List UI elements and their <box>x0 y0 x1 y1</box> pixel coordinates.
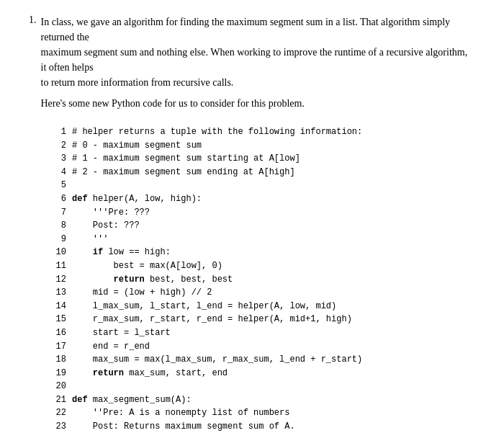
code-line: 20 <box>50 380 475 393</box>
line-content: return max_sum, start, end <box>72 367 228 380</box>
line-content: # 2 - maximum segment sum ending at A[hi… <box>72 166 295 179</box>
code-line: 10 if low == high: <box>50 246 475 259</box>
code-line: 22 ''Pre: A is a nonempty list of number… <box>50 406 475 420</box>
line-content: Post: Returns maximum segment sum of A. <box>72 420 295 433</box>
line-number: 18 <box>50 353 66 367</box>
problem-text-line3: to return more information from recursiv… <box>41 75 476 90</box>
code-line: 9 ''' <box>50 233 475 246</box>
code-line: 23 Post: Returns maximum segment sum of … <box>50 420 475 433</box>
problem-container: 1. In class, we gave an algorithm for fi… <box>29 14 475 433</box>
problem-text-block: In class, we gave an algorithm for findi… <box>41 14 476 111</box>
code-line: 21def max_segment_sum(A): <box>50 393 475 407</box>
here-text: Here's some new Python code for us to co… <box>41 96 476 111</box>
code-line: 11 best = max(A[low], 0) <box>50 259 475 273</box>
line-number: 8 <box>50 219 66 233</box>
line-content: end = r_end <box>72 340 150 354</box>
line-content: start = l_start <box>72 326 171 340</box>
line-number: 13 <box>50 286 66 300</box>
line-number: 14 <box>50 300 66 313</box>
code-line: 14 l_max_sum, l_start, l_end = helper(A,… <box>50 300 475 313</box>
line-number: 16 <box>50 326 66 340</box>
line-number: 9 <box>50 233 66 246</box>
code-line: 19 return max_sum, start, end <box>50 367 475 380</box>
problem-text-line1: In class, we gave an algorithm for findi… <box>41 14 476 45</box>
code-line: 6def helper(A, low, high): <box>50 192 475 206</box>
code-line: 12 return best, best, best <box>50 273 475 287</box>
code-line: 8 Post: ??? <box>50 219 475 233</box>
code-line: 18 max_sum = max(l_max_sum, r_max_sum, l… <box>50 353 475 367</box>
line-content: best = max(A[low], 0) <box>72 259 222 273</box>
line-content: if low == high: <box>72 246 171 259</box>
line-content: return best, best, best <box>72 273 233 287</box>
line-number: 7 <box>50 206 66 220</box>
code-line: 3# 1 - maximum segment sum starting at A… <box>50 152 475 166</box>
line-number: 2 <box>50 139 66 153</box>
line-content: def helper(A, low, high): <box>72 192 202 206</box>
line-number: 20 <box>50 380 66 393</box>
line-content: # 1 - maximum segment sum starting at A[… <box>72 152 300 166</box>
line-number: 4 <box>50 166 66 179</box>
line-content: '''Pre: ??? <box>72 206 150 220</box>
line-content: r_max_sum, r_start, r_end = helper(A, mi… <box>72 313 352 326</box>
problem-intro: 1. In class, we gave an algorithm for fi… <box>29 14 475 111</box>
line-content: mid = (low + high) // 2 <box>72 286 212 300</box>
code-container: 1# helper returns a tuple with the follo… <box>50 118 475 433</box>
code-line: 7 '''Pre: ??? <box>50 206 475 220</box>
line-number: 22 <box>50 406 66 420</box>
code-line: 16 start = l_start <box>50 326 475 340</box>
code-line: 15 r_max_sum, r_start, r_end = helper(A,… <box>50 313 475 326</box>
code-line: 5 <box>50 179 475 192</box>
line-number: 17 <box>50 340 66 354</box>
line-number: 3 <box>50 152 66 166</box>
line-content: l_max_sum, l_start, l_end = helper(A, lo… <box>72 300 336 313</box>
line-number: 23 <box>50 420 66 433</box>
code-line: 1# helper returns a tuple with the follo… <box>50 125 475 139</box>
line-content: # 0 - maximum segment sum <box>72 139 202 153</box>
code-block: 1# helper returns a tuple with the follo… <box>50 125 475 433</box>
line-content: ''Pre: A is a nonempty list of numbers <box>72 406 289 420</box>
line-number: 1 <box>50 125 66 139</box>
line-content: max_sum = max(l_max_sum, r_max_sum, l_en… <box>72 353 362 367</box>
line-number: 21 <box>50 393 66 407</box>
line-number: 11 <box>50 259 66 273</box>
line-number: 6 <box>50 192 66 206</box>
code-line: 13 mid = (low + high) // 2 <box>50 286 475 300</box>
code-line: 17 end = r_end <box>50 340 475 354</box>
line-content: # helper returns a tuple with the follow… <box>72 125 362 139</box>
line-content: def max_segment_sum(A): <box>72 393 192 407</box>
code-line: 4# 2 - maximum segment sum ending at A[h… <box>50 166 475 179</box>
code-line: 2# 0 - maximum segment sum <box>50 139 475 153</box>
line-number: 15 <box>50 313 66 326</box>
line-content: ''' <box>72 233 108 246</box>
line-number: 10 <box>50 246 66 259</box>
problem-number: 1. <box>29 14 37 111</box>
line-number: 19 <box>50 367 66 380</box>
problem-text-line2: maximum segment sum and nothing else. Wh… <box>41 45 476 75</box>
line-content: Post: ??? <box>72 219 140 233</box>
line-number: 5 <box>50 179 66 192</box>
line-number: 12 <box>50 273 66 287</box>
